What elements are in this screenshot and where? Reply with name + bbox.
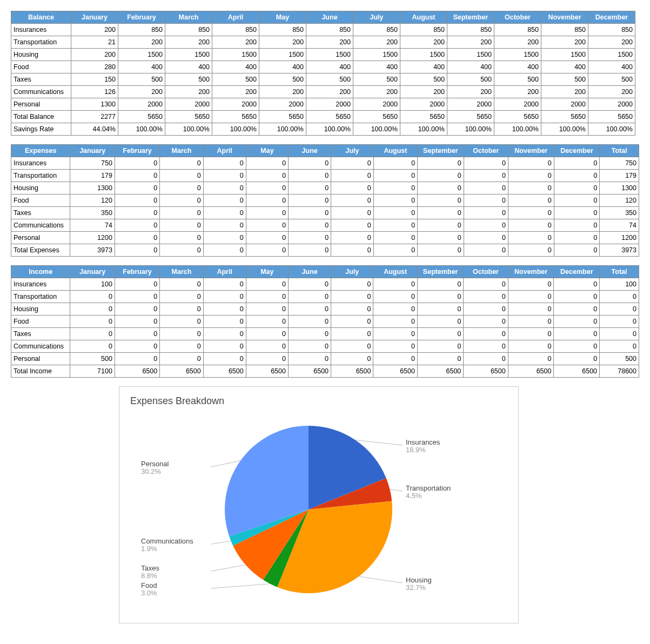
- cell-total: 0: [600, 328, 639, 340]
- cell-value: 6500: [115, 365, 159, 378]
- col-header-month: November: [541, 11, 588, 24]
- cell-value: 0: [464, 316, 508, 328]
- col-header-month: August: [373, 145, 418, 157]
- cell-value: 0: [288, 291, 331, 303]
- col-header-month: January: [71, 11, 118, 24]
- cell-value: 100.00%: [494, 123, 541, 136]
- col-header-label: Balance: [11, 11, 71, 24]
- table-row: Personal13002000200020002000200020002000…: [11, 98, 635, 111]
- cell-value: 0: [508, 278, 554, 291]
- pie-label: Communications1.9%: [141, 538, 193, 553]
- cell-value: 0: [464, 244, 508, 257]
- cell-value: 5650: [212, 111, 259, 123]
- table-row: Insurances75000000000000750: [11, 157, 639, 170]
- col-header-month: June: [289, 145, 331, 157]
- cell-value: 0: [508, 328, 554, 340]
- table-row: Insurances200850850850850850850850850850…: [11, 24, 635, 36]
- cell-value: 0: [203, 328, 246, 340]
- table-row: Transportation0000000000000: [11, 291, 639, 303]
- cell-value: 2000: [118, 98, 165, 111]
- pie-label-name: Communications: [141, 538, 193, 545]
- col-header-month: April: [212, 11, 259, 24]
- cell-value: 0: [115, 316, 159, 328]
- cell-value: 0: [554, 328, 600, 340]
- table-row: Housing200150015001500150015001500150015…: [11, 49, 635, 61]
- cell-value: 0: [554, 353, 600, 365]
- pie-label-name: Food: [141, 582, 157, 589]
- cell-value: 0: [331, 328, 373, 340]
- cell-value: 400: [353, 61, 400, 73]
- cell-value: 0: [70, 340, 115, 353]
- cell-value: 400: [118, 61, 165, 73]
- cell-value: 0: [554, 194, 600, 207]
- cell-value: 0: [508, 303, 554, 316]
- cell-value: 0: [203, 194, 246, 207]
- cell-value: 0: [289, 244, 331, 257]
- cell-value: 0: [203, 340, 246, 353]
- cell-value: 0: [373, 170, 418, 182]
- cell-value: 0: [331, 291, 373, 303]
- cell-value: 1500: [306, 49, 353, 61]
- row-label: Communications: [11, 86, 71, 98]
- cell-value: 0: [288, 316, 331, 328]
- cell-value: 200: [541, 36, 588, 49]
- cell-value: 0: [288, 278, 331, 291]
- cell-value: 0: [246, 291, 288, 303]
- cell-value: 0: [373, 316, 418, 328]
- cell-value: 0: [464, 232, 508, 244]
- cell-total: 0: [600, 316, 639, 328]
- cell-value: 0: [331, 303, 373, 316]
- pie-label: Food3.0%: [141, 582, 157, 598]
- cell-value: 0: [417, 316, 463, 328]
- cell-value: 0: [554, 170, 600, 182]
- cell-value: 200: [71, 24, 118, 36]
- col-header-month: January: [70, 145, 115, 157]
- cell-value: 0: [203, 291, 246, 303]
- table-row: Communications12620020020020020020020020…: [11, 86, 635, 98]
- col-header-month: December: [588, 11, 635, 24]
- table-row: Housing1300000000000001300: [11, 182, 639, 194]
- cell-value: 0: [289, 182, 331, 194]
- row-label: Savings Rate: [11, 123, 71, 136]
- cell-value: 0: [160, 170, 203, 182]
- cell-value: 2000: [447, 98, 494, 111]
- cell-value: 0: [373, 182, 418, 194]
- table-row: Transportation17900000000000179: [11, 170, 639, 182]
- col-header-month: February: [118, 11, 165, 24]
- cell-value: 280: [71, 61, 118, 73]
- col-header-month: August: [373, 266, 418, 278]
- row-label: Personal: [11, 98, 71, 111]
- table-row: Personal1200000000000001200: [11, 232, 639, 244]
- svg-line-4: [211, 565, 246, 571]
- cell-value: 200: [212, 36, 259, 49]
- cell-value: 0: [203, 232, 246, 244]
- cell-value: 0: [373, 232, 418, 244]
- cell-value: 0: [160, 194, 203, 207]
- cell-value: 1300: [71, 98, 118, 111]
- cell-value: 1500: [353, 49, 400, 61]
- cell-value: 0: [508, 182, 554, 194]
- svg-line-0: [356, 440, 403, 445]
- cell-value: 400: [259, 61, 306, 73]
- cell-value: 500: [447, 73, 494, 86]
- table-row: Food0000000000000: [11, 316, 639, 328]
- cell-value: 0: [288, 328, 331, 340]
- cell-value: 0: [203, 244, 246, 257]
- pie-label: Taxes8.8%: [141, 565, 159, 580]
- cell-value: 0: [331, 170, 373, 182]
- cell-value: 0: [508, 232, 554, 244]
- cell-value: 200: [353, 86, 400, 98]
- cell-value: 44.04%: [71, 123, 118, 136]
- cell-value: 0: [115, 291, 159, 303]
- cell-total: 1200: [600, 232, 639, 244]
- pie-label-name: Taxes: [141, 565, 159, 572]
- cell-value: 0: [418, 232, 464, 244]
- svg-line-3: [211, 584, 270, 588]
- cell-value: 0: [246, 316, 288, 328]
- cell-value: 0: [464, 219, 508, 232]
- cell-value: 850: [165, 24, 212, 36]
- table-row: Taxes35000000000000350: [11, 207, 639, 219]
- cell-value: 0: [115, 232, 159, 244]
- row-label: Food: [11, 194, 70, 207]
- cell-value: 0: [554, 219, 600, 232]
